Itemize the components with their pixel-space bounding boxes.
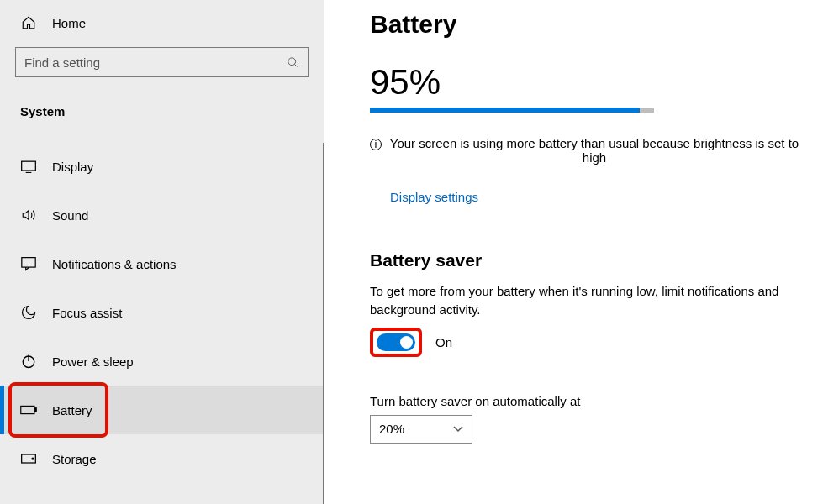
chevron-down-icon <box>453 426 463 433</box>
info-message: i Your screen is using more battery than… <box>370 136 806 165</box>
sound-icon <box>20 207 37 223</box>
battery-percent: 95% <box>370 62 806 102</box>
sidebar-item-storage[interactable]: Storage <box>0 434 324 483</box>
svg-point-0 <box>288 57 296 65</box>
sidebar: Home System Display Sound Notifications … <box>0 0 324 504</box>
battery-icon <box>20 405 37 415</box>
svg-line-1 <box>294 64 297 66</box>
battery-saver-toggle-row: On <box>370 328 806 357</box>
info-text: Your screen is using more battery than u… <box>387 136 802 165</box>
svg-rect-8 <box>35 408 37 412</box>
toggle-state-label: On <box>435 335 452 349</box>
svg-point-10 <box>32 458 34 459</box>
storage-icon <box>20 453 37 465</box>
main-content: Battery 95% i Your screen is using more … <box>324 0 823 504</box>
sidebar-item-label: Power & sleep <box>52 354 134 369</box>
dropdown-value: 20% <box>379 422 404 436</box>
home-label: Home <box>52 16 86 30</box>
scroll-divider <box>323 143 324 504</box>
focus-assist-icon <box>20 304 37 321</box>
battery-saver-heading: Battery saver <box>370 250 806 270</box>
battery-bar-fill <box>370 108 640 113</box>
search-icon <box>287 56 299 69</box>
display-settings-link[interactable]: Display settings <box>390 190 478 204</box>
sidebar-item-label: Focus assist <box>52 306 122 320</box>
sidebar-item-focus-assist[interactable]: Focus assist <box>0 288 324 337</box>
nav-list: Display Sound Notifications & actions Fo… <box>0 142 324 483</box>
info-icon: i <box>370 139 382 150</box>
display-icon <box>20 160 37 173</box>
auto-saver-label: Turn battery saver on automatically at <box>370 394 806 408</box>
page-title: Battery <box>370 10 806 39</box>
home-icon <box>20 15 37 30</box>
search-input[interactable] <box>24 55 287 70</box>
sidebar-item-label: Storage <box>52 452 97 466</box>
battery-saver-desc: To get more from your battery when it's … <box>370 282 806 319</box>
sidebar-item-label: Notifications & actions <box>52 257 177 271</box>
highlight-box <box>370 328 422 357</box>
sidebar-item-display[interactable]: Display <box>0 142 324 191</box>
svg-rect-2 <box>22 161 36 171</box>
svg-rect-4 <box>22 258 35 267</box>
sidebar-item-label: Battery <box>52 403 92 417</box>
category-label: System <box>0 77 324 125</box>
svg-rect-7 <box>21 406 34 413</box>
sidebar-item-power-sleep[interactable]: Power & sleep <box>0 337 324 386</box>
sidebar-item-notifications[interactable]: Notifications & actions <box>0 239 324 288</box>
power-icon <box>20 354 37 369</box>
search-box[interactable] <box>15 47 309 77</box>
auto-saver-dropdown[interactable]: 20% <box>370 415 472 444</box>
sidebar-item-label: Sound <box>52 208 88 223</box>
sidebar-item-label: Display <box>52 160 93 174</box>
sidebar-item-sound[interactable]: Sound <box>0 191 324 239</box>
sidebar-item-battery[interactable]: Battery <box>0 386 324 434</box>
home-nav[interactable]: Home <box>0 10 324 35</box>
toggle-knob <box>400 336 413 349</box>
notifications-icon <box>20 256 37 271</box>
battery-bar <box>370 108 654 113</box>
battery-saver-toggle[interactable] <box>377 333 415 351</box>
